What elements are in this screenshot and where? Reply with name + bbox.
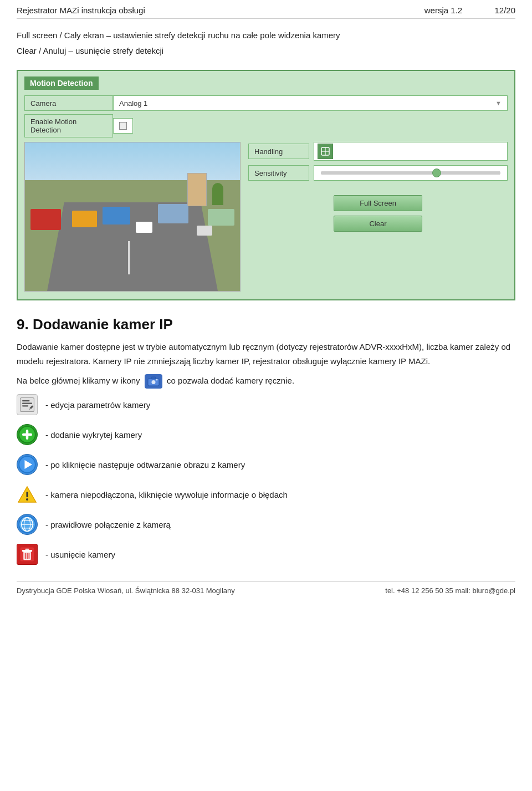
- svg-rect-8: [22, 400, 30, 401]
- icon-item-connected: - prawidłowe połączenie z kamerą: [17, 514, 515, 535]
- icon-item-edit: - edycja parametrów kamery: [17, 394, 515, 415]
- page-number: 12/20: [494, 6, 515, 15]
- icon-item-warning: - kamera niepodłączona, kliknięcie wywoł…: [17, 484, 515, 505]
- sensitivity-label: Sensitivity: [248, 165, 309, 181]
- billboard: [187, 173, 207, 206]
- video-preview: [24, 142, 241, 292]
- vehicle-car2: [197, 226, 212, 236]
- svg-rect-13: [22, 433, 32, 436]
- vehicle-truck2: [103, 207, 130, 224]
- sensitivity-row: Sensitivity: [248, 165, 508, 181]
- controls-area: Handling Sensitivity: [248, 142, 508, 292]
- connected-icon-box: [17, 514, 38, 535]
- camera-controls-area: Handling Sensitivity: [24, 142, 508, 292]
- fullscreen-btn-wrapper: Full Screen: [248, 195, 508, 211]
- tree: [212, 183, 223, 205]
- footer-left: Dystrybucja GDE Polska Wlosań, ul. Świąt…: [17, 586, 235, 595]
- icon-item-add: - dodanie wykrytej kamery: [17, 424, 515, 445]
- enable-motion-row: Enable Motion Detection: [24, 114, 508, 137]
- svg-rect-28: [25, 549, 29, 550]
- handling-row: Handling: [248, 142, 508, 161]
- warning-icon-desc: - kamera niepodłączona, kliknięcie wywoł…: [45, 490, 288, 499]
- slider-thumb[interactable]: [432, 169, 441, 177]
- svg-point-6: [156, 379, 157, 381]
- svg-point-4: [151, 380, 155, 384]
- version: wersja 1.2: [424, 6, 462, 15]
- add-icon-desc: - dodanie wykrytej kamery: [45, 430, 142, 440]
- svg-rect-9: [22, 403, 32, 404]
- motion-detection-panel: Motion Detection Camera Analog 1 ▼ Enabl…: [17, 70, 515, 300]
- svg-rect-10: [22, 405, 28, 406]
- icon-list: - edycja parametrów kamery - dodanie wyk…: [17, 394, 515, 565]
- add-camera-inline-icon: [145, 374, 162, 389]
- sensitivity-value: [314, 165, 508, 181]
- play-icon-box: [17, 454, 38, 475]
- icon-item-play: - po kliknięcie następuje odtwarzanie ob…: [17, 454, 515, 475]
- camera-value: Analog 1 ▼: [113, 95, 508, 111]
- camera-dropdown-arrow[interactable]: ▼: [495, 100, 502, 106]
- footer-right: tel. +48 12 256 50 35 mail: biuro@gde.pl: [385, 586, 515, 595]
- handling-label: Handling: [248, 144, 309, 159]
- intro-block: Full screen / Cały ekran – ustawienie st…: [17, 29, 515, 58]
- section9-intro: Dodawanie kamer dostępne jest w trybie a…: [17, 340, 515, 368]
- play-icon-desc: - po kliknięcie następuje odtwarzanie ob…: [45, 460, 245, 470]
- motion-panel-title: Motion Detection: [24, 76, 99, 90]
- icon-item-delete: - usunięcie kamery: [17, 544, 515, 565]
- version-page: wersja 1.2 12/20: [424, 6, 515, 15]
- slider-track: [321, 171, 500, 175]
- svg-rect-7: [21, 398, 34, 412]
- enable-motion-checkbox-cell: [113, 118, 133, 134]
- section9-bar-text: Na belce głównej klikamy w ikony co pozw…: [17, 374, 515, 389]
- fullscreen-button[interactable]: Full Screen: [334, 195, 422, 211]
- camera-label: Camera: [24, 95, 113, 111]
- svg-rect-17: [27, 492, 28, 497]
- page-footer: Dystrybucja GDE Polska Wlosań, ul. Świąt…: [17, 581, 515, 595]
- road-marking: [128, 241, 130, 274]
- vehicle-truck3: [158, 204, 188, 223]
- svg-rect-5: [151, 377, 156, 379]
- clear-btn-wrapper: Clear: [248, 216, 508, 232]
- delete-icon-desc: - usunięcie kamery: [45, 550, 115, 559]
- page-header: Rejestrator MAZi instrukcja obsługi wers…: [17, 0, 515, 19]
- add-icon-box: [17, 424, 38, 445]
- intro-line2: Clear / Anuluj – usunięcie strefy detekc…: [17, 44, 515, 58]
- intro-line1: Full screen / Cały ekran – ustawienie st…: [17, 29, 515, 42]
- vehicle-bus: [30, 209, 61, 230]
- vehicle-truck4: [208, 209, 234, 226]
- enable-motion-checkbox[interactable]: [119, 122, 127, 130]
- connected-icon-desc: - prawidłowe połączenie z kamerą: [45, 520, 171, 529]
- enable-motion-label: Enable Motion Detection: [24, 114, 113, 137]
- section9-title: 9. Dodawanie kamer IP: [17, 316, 515, 333]
- svg-point-18: [26, 498, 28, 501]
- warning-icon-box: [17, 484, 38, 505]
- vehicle-car1: [136, 222, 152, 233]
- document-title: Rejestrator MAZi instrukcja obsługi: [17, 6, 145, 15]
- camera-row: Camera Analog 1 ▼: [24, 95, 508, 111]
- clear-button[interactable]: Clear: [334, 216, 422, 232]
- handling-value: [314, 142, 508, 161]
- edit-icon-desc: - edycja parametrów kamery: [45, 400, 150, 410]
- sensitivity-slider: [321, 171, 500, 175]
- delete-icon-box: [17, 544, 38, 565]
- vehicle-truck1: [72, 211, 97, 227]
- handling-icon[interactable]: [318, 144, 333, 159]
- edit-icon-box: [17, 394, 38, 415]
